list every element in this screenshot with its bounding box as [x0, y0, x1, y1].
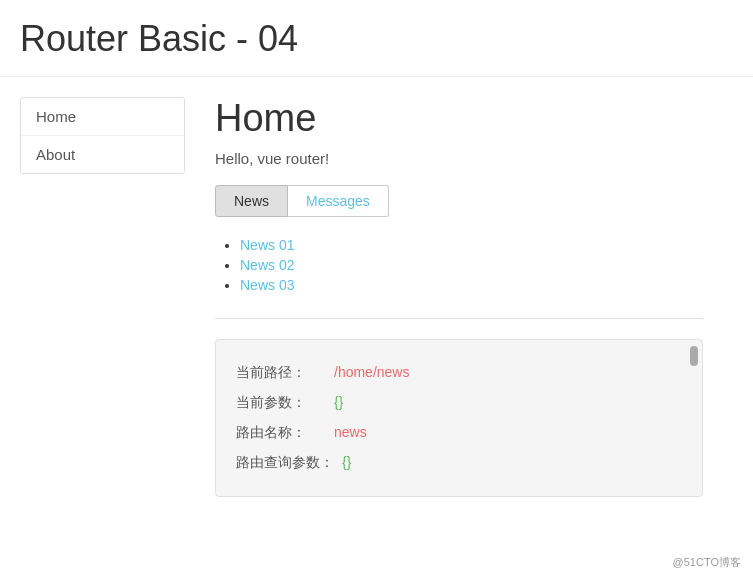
- info-box: 当前路径： /home/news 当前参数： {} 路由名称： news 路由查…: [215, 339, 703, 497]
- news-item-1[interactable]: News 01: [240, 237, 294, 253]
- route-name-label: 路由名称：: [236, 418, 326, 446]
- route-query-label: 路由查询参数：: [236, 448, 334, 476]
- info-row-path: 当前路径： /home/news: [236, 358, 682, 386]
- route-query-value: {}: [342, 448, 351, 476]
- current-params-value: {}: [334, 388, 343, 416]
- current-path-label: 当前路径：: [236, 358, 326, 386]
- tabs-row: News Messages: [215, 185, 703, 217]
- sidebar-item-home[interactable]: Home: [21, 98, 184, 136]
- news-list: News 01 News 02 News 03: [215, 237, 703, 293]
- current-params-label: 当前参数：: [236, 388, 326, 416]
- info-row-query: 路由查询参数： {}: [236, 448, 682, 476]
- current-path-value: /home/news: [334, 358, 409, 386]
- sidebar-item-about[interactable]: About: [21, 136, 184, 173]
- list-item: News 02: [240, 257, 703, 273]
- content-subtitle: Hello, vue router!: [215, 150, 703, 167]
- info-row-name: 路由名称： news: [236, 418, 682, 446]
- content-title: Home: [215, 97, 703, 140]
- sidebar: Home About: [20, 97, 185, 174]
- news-item-3[interactable]: News 03: [240, 277, 294, 293]
- watermark: @51CTO博客: [673, 555, 741, 570]
- info-row-params: 当前参数： {}: [236, 388, 682, 416]
- tab-messages[interactable]: Messages: [288, 185, 389, 217]
- page-title: Router Basic - 04: [0, 0, 753, 77]
- tab-news[interactable]: News: [215, 185, 288, 217]
- list-item: News 01: [240, 237, 703, 253]
- scrollbar[interactable]: [690, 346, 698, 366]
- divider: [215, 318, 703, 319]
- news-item-2[interactable]: News 02: [240, 257, 294, 273]
- content-area: Home Hello, vue router! News Messages Ne…: [185, 97, 733, 497]
- route-name-value: news: [334, 418, 367, 446]
- list-item: News 03: [240, 277, 703, 293]
